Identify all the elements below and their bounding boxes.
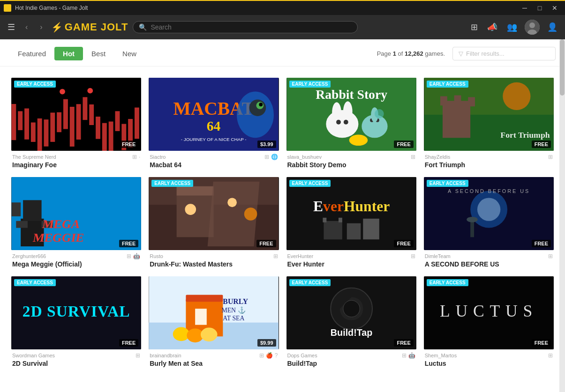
game-info: Dops Games ⊞🤖 Build!Tap bbox=[286, 349, 416, 368]
early-access-badge: Early Access bbox=[427, 180, 468, 187]
svg-rect-19 bbox=[96, 117, 100, 139]
game-title: Luctus bbox=[425, 360, 553, 367]
svg-text:Build!Tap: Build!Tap bbox=[330, 327, 372, 338]
tab-best[interactable]: Best bbox=[83, 47, 114, 60]
game-author: brainandbrain ⊞🍎? bbox=[150, 352, 278, 359]
early-access-badge: Early Access bbox=[151, 180, 193, 187]
notification-icon-button[interactable]: 📣 bbox=[485, 20, 499, 34]
games-grid-icon-button[interactable]: ⊞ bbox=[469, 20, 480, 34]
close-button[interactable]: ✕ bbox=[548, 1, 561, 15]
game-price: $9.99 bbox=[257, 339, 276, 347]
game-card-ever-hunter[interactable]: EverHunter Early Access FREE EverHunter … bbox=[283, 173, 420, 273]
svg-rect-18 bbox=[89, 104, 94, 125]
svg-text:BURLY: BURLY bbox=[223, 297, 249, 305]
svg-rect-7 bbox=[18, 111, 23, 130]
android-icon: 🤖 bbox=[133, 253, 140, 259]
game-info: slava_bushuev ⊞ Rabbit Story Demo bbox=[286, 151, 416, 170]
game-info: DimleTeam ⊞ A SECOND BEFORE US bbox=[424, 250, 554, 269]
game-thumbnail-fort-triumph: Fort Triumph Early Access FREE bbox=[424, 78, 554, 151]
svg-point-4 bbox=[60, 89, 65, 95]
svg-rect-11 bbox=[44, 119, 49, 146]
game-thumbnail-macbat-64: MACBAT 64 - JOURNEY OF A NICE CHAP - $3.… bbox=[149, 78, 279, 151]
user-menu-icon-button[interactable]: 👤 bbox=[545, 20, 559, 34]
grid-icon: ⊞ bbox=[411, 154, 415, 160]
early-access-badge: Early Access bbox=[14, 81, 56, 88]
svg-point-53 bbox=[503, 82, 530, 110]
platform-icons: ⊞🌐 bbox=[264, 154, 278, 160]
friends-icon-button[interactable]: 👥 bbox=[505, 20, 519, 34]
game-price: FREE bbox=[532, 339, 551, 347]
game-title: Macbat 64 bbox=[150, 161, 278, 169]
svg-rect-60 bbox=[11, 202, 21, 216]
svg-rect-50 bbox=[440, 96, 447, 105]
forward-button[interactable]: › bbox=[36, 21, 46, 33]
maximize-button[interactable]: □ bbox=[533, 1, 546, 15]
hamburger-menu-button[interactable]: ☰ bbox=[6, 20, 17, 34]
tab-featured[interactable]: Featured bbox=[9, 47, 54, 60]
logo-game: GAME bbox=[65, 21, 98, 33]
grid-icon: ⊞ bbox=[127, 253, 131, 259]
globe-icon: 🌐 bbox=[271, 154, 278, 160]
game-card-burly-men[interactable]: BURLY MEN ⚓ AT SEA $9.99 brainandbrain ⊞… bbox=[145, 273, 282, 372]
game-card-drunk-fu[interactable]: Early Access FREE Rusto ⊞ Drunk-Fu: Wast… bbox=[145, 173, 282, 273]
search-input[interactable] bbox=[151, 23, 352, 31]
svg-rect-73 bbox=[324, 221, 342, 239]
minimize-button[interactable]: ─ bbox=[518, 1, 531, 15]
svg-rect-10 bbox=[38, 118, 42, 151]
game-title: Imaginary Foe bbox=[12, 161, 140, 169]
game-author: ShayZeldis ⊞ bbox=[425, 154, 553, 160]
author-name: Swordman Games bbox=[12, 353, 55, 358]
svg-point-99 bbox=[343, 300, 360, 317]
svg-point-80 bbox=[477, 198, 500, 221]
game-thumbnail-drunk-fu: Early Access FREE bbox=[149, 177, 279, 250]
game-info: Siactro ⊞🌐 Macbat 64 bbox=[149, 151, 279, 170]
game-title: 2D Survival bbox=[12, 360, 140, 367]
gamejolt-logo[interactable]: ⚡ GAME JOLT bbox=[51, 21, 128, 33]
game-thumbnail-2d-survival: 2D SURVIVAL Early Access FREE bbox=[11, 276, 141, 349]
svg-rect-12 bbox=[50, 112, 55, 141]
author-name: Shem_Martos bbox=[425, 353, 457, 358]
game-author: EverHunter ⊞ bbox=[287, 253, 415, 259]
game-card-macbat-64[interactable]: MACBAT 64 - JOURNEY OF A NICE CHAP - $3.… bbox=[145, 74, 282, 173]
avatar-icon bbox=[525, 20, 540, 35]
svg-text:64: 64 bbox=[207, 118, 221, 133]
svg-point-70 bbox=[244, 207, 257, 221]
platform-icons: ⊞ bbox=[548, 253, 553, 259]
game-card-luctus[interactable]: LUCTUS Early Access FREE Shem_Martos ⊞ L… bbox=[420, 273, 557, 372]
avatar-button[interactable] bbox=[525, 20, 540, 35]
svg-text:AT SEA: AT SEA bbox=[223, 315, 245, 322]
svg-rect-25 bbox=[135, 108, 139, 139]
svg-point-93 bbox=[201, 327, 218, 341]
svg-rect-51 bbox=[454, 96, 461, 105]
game-title: Fort Triumph bbox=[425, 161, 553, 169]
author-name: Siactro bbox=[150, 154, 166, 160]
game-card-rabbit-story[interactable]: Rabbit Story Early Access FREE slava_bus… bbox=[283, 74, 420, 173]
search-bar[interactable]: 🔍 bbox=[133, 21, 358, 33]
back-button[interactable]: ‹ bbox=[22, 21, 31, 33]
filter-box[interactable]: ▽ Filter results... bbox=[452, 47, 556, 60]
early-access-badge: Early Access bbox=[14, 279, 56, 286]
game-price: FREE bbox=[119, 339, 138, 347]
svg-rect-13 bbox=[57, 112, 61, 132]
scrollbar[interactable] bbox=[559, 39, 565, 392]
grid-icon: ⊞ bbox=[264, 154, 269, 160]
game-card-second-before-us[interactable]: A SECOND BEFORE US Early Access FREE Dim… bbox=[420, 173, 557, 273]
filter-placeholder: Filter results... bbox=[466, 50, 505, 57]
game-card-buildtap[interactable]: Build!Tap Early Access FREE Dops Games ⊞… bbox=[283, 273, 420, 372]
svg-rect-52 bbox=[468, 97, 475, 106]
game-card-mega-meggie[interactable]: MEGA MEGGIE FREE Zerghunter666 ⊞🤖 Mega M… bbox=[8, 173, 145, 273]
tab-hot[interactable]: Hot bbox=[54, 47, 83, 60]
game-card-fort-triumph[interactable]: Fort Triumph Early Access FREE ShayZeldi… bbox=[420, 74, 557, 173]
game-price: FREE bbox=[532, 141, 551, 148]
game-thumbnail-rabbit-story: Rabbit Story Early Access FREE bbox=[286, 78, 416, 151]
search-icon: 🔍 bbox=[139, 23, 147, 31]
tab-new[interactable]: New bbox=[114, 47, 145, 60]
game-author: Swordman Games ⊞ bbox=[12, 352, 140, 359]
scrollbar-thumb[interactable] bbox=[560, 39, 565, 96]
game-card-imaginary-foe[interactable]: Early Access FREE The Supreme Nerd ⊞· Im… bbox=[8, 74, 145, 173]
game-card-2d-survival[interactable]: 2D SURVIVAL Early Access FREE Swordman G… bbox=[8, 273, 145, 372]
game-title: Rabbit Story Demo bbox=[287, 161, 415, 169]
grid-icon: ⊞ bbox=[548, 154, 553, 160]
tabs-row: Featured Hot Best New Page 1 of 12,262 g… bbox=[0, 39, 565, 67]
svg-rect-9 bbox=[31, 122, 36, 142]
